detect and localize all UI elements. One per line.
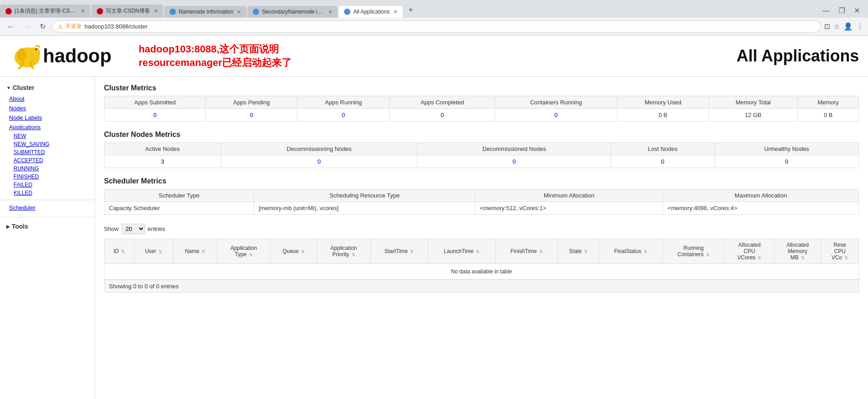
col-max-allocation: Maximum Allocation	[663, 189, 859, 202]
account-icon[interactable]: 👤	[844, 22, 853, 31]
col-final-status[interactable]: FinalStatus ⇅	[599, 239, 663, 264]
page-header: hadoop hadoop103:8088,这个页面说明 resourceman…	[0, 36, 868, 77]
sort-user-icon: ⇅	[159, 249, 162, 254]
restore-button[interactable]: ❐	[836, 5, 848, 16]
col-running-containers[interactable]: RunningContainers ⇅	[662, 239, 725, 264]
tab-favicon-allapps	[344, 9, 350, 15]
val-min-allocation: <memory:512, vCores:1>	[475, 202, 663, 215]
apps-table: ID ⇅ User ⇅ Name ⇅ ApplicationType ⇅ Que…	[104, 239, 859, 280]
security-warning-text: 不安全	[66, 23, 82, 30]
col-finish-time[interactable]: FinishTime ⇅	[495, 239, 558, 264]
sort-starttime-icon: ⇅	[410, 249, 414, 254]
tab-secondary-namenode[interactable]: SecondaryNamenode inf... ✕	[247, 6, 338, 18]
back-button[interactable]: ←	[5, 22, 17, 32]
scheduler-metrics-table: Scheduler Type Scheduling Resource Type …	[104, 189, 859, 215]
sidebar-item-new[interactable]: NEW	[0, 132, 94, 140]
tab-close-2[interactable]: ✕	[154, 8, 158, 14]
sidebar-item-new-saving[interactable]: NEW_SAVING	[0, 140, 94, 148]
val-memory-total: 12 GB	[709, 109, 798, 122]
showing-info: Showing 0 to 0 of 0 entries	[104, 280, 859, 293]
entries-select[interactable]: 10 20 25 50 100	[122, 224, 145, 234]
sidebar-item-finished[interactable]: FINISHED	[0, 173, 94, 181]
forward-button[interactable]: →	[21, 22, 33, 32]
col-application-type[interactable]: ApplicationType ⇅	[217, 239, 270, 264]
sidebar-cluster-toggle[interactable]: ▼ Cluster	[0, 81, 94, 94]
svg-point-4	[35, 48, 37, 50]
val-unhealthy-nodes[interactable]: 0	[715, 155, 859, 168]
sidebar-tools-section: ▶ Tools	[0, 220, 94, 233]
val-apps-completed[interactable]: 0	[390, 109, 495, 122]
close-window-button[interactable]: ✕	[851, 5, 863, 16]
annotation-line2: resourcemanager已经启动起来了	[139, 56, 292, 70]
security-warning-icon: ⚠	[58, 23, 63, 30]
sidebar-item-killed[interactable]: KILLED	[0, 189, 94, 197]
tab-close-4[interactable]: ✕	[328, 9, 332, 15]
address-bar[interactable]: ⚠ 不安全 hadoop103:8088/cluster	[52, 20, 821, 33]
tab-namenode[interactable]: Namenode information ✕	[164, 6, 246, 18]
sidebar-item-applications[interactable]: Applications	[0, 122, 94, 132]
sidebar-item-nodes[interactable]: Nodes	[0, 103, 94, 113]
bookmark-icon[interactable]: ☆	[834, 22, 840, 31]
sidebar: ▼ Cluster About Nodes Node Labels Applic…	[0, 77, 95, 399]
minimize-button[interactable]: —	[820, 6, 832, 16]
val-apps-submitted[interactable]: 0	[104, 109, 206, 122]
sort-allocatedmemory-icon: ⇅	[801, 256, 805, 260]
col-rese-cpu[interactable]: ReseCPUVCo ⇅	[821, 239, 859, 264]
val-active-nodes[interactable]: 3	[104, 155, 221, 168]
sidebar-item-failed[interactable]: FAILED	[0, 181, 94, 189]
sidebar-item-scheduler[interactable]: Scheduler	[0, 203, 94, 212]
col-queue[interactable]: Queue ⇅	[270, 239, 317, 264]
sidebar-item-submitted[interactable]: SUBMITTED	[0, 148, 94, 156]
val-apps-running[interactable]: 0	[297, 109, 390, 122]
col-allocated-memory[interactable]: AllocatedMemoryMB ⇅	[774, 239, 821, 264]
sidebar-item-accepted[interactable]: ACCEPTED	[0, 156, 94, 164]
menu-icon[interactable]: ⋮	[856, 22, 863, 31]
hadoop-logo: hadoop	[9, 40, 112, 72]
col-allocated-cpu[interactable]: AllocatedCPUVCores ⇅	[725, 239, 774, 264]
sort-apptype-icon: ⇅	[249, 253, 253, 257]
val-lost-nodes[interactable]: 0	[611, 155, 714, 168]
sort-queue-icon: ⇅	[301, 249, 305, 254]
translate-icon[interactable]: ⊡	[824, 22, 830, 31]
tab-favicon-secondary	[253, 9, 259, 15]
sort-id-icon: ⇅	[121, 249, 125, 254]
col-unhealthy-nodes: Unhealthy Nodes	[715, 143, 859, 155]
val-max-allocation: <memory:4096, vCores:4>	[663, 202, 859, 215]
tab-csdn-1[interactable]: (1条消息) 文章管理-CSDN ✕	[0, 5, 90, 18]
col-start-time[interactable]: StartTime ⇅	[370, 239, 428, 264]
toolbar-icons: ⊡ ☆ 👤 ⋮	[824, 22, 863, 31]
col-apps-running: Apps Running	[297, 96, 390, 109]
col-scheduler-type: Scheduler Type	[104, 189, 254, 202]
col-launch-time[interactable]: LaunchTime ⇅	[428, 239, 495, 264]
browser-chrome: (1条消息) 文章管理-CSDN ✕ 写文章-CSDN博客 ✕ Namenode…	[0, 0, 868, 36]
val-memory-extra: 0 B	[797, 109, 859, 122]
tab-close-1[interactable]: ✕	[81, 8, 85, 14]
col-user[interactable]: User ⇅	[134, 239, 173, 264]
val-containers-running[interactable]: 0	[495, 109, 617, 122]
val-decommissioning-nodes[interactable]: 0	[221, 155, 417, 168]
tab-csdn-2[interactable]: 写文章-CSDN博客 ✕	[91, 5, 163, 18]
col-apps-submitted: Apps Submitted	[104, 96, 206, 109]
sidebar-tools-toggle[interactable]: ▶ Tools	[0, 220, 94, 233]
sidebar-item-about[interactable]: About	[0, 94, 94, 103]
tab-close-5[interactable]: ✕	[393, 9, 397, 15]
hadoop-elephant-icon	[9, 40, 45, 72]
col-application-priority[interactable]: ApplicationPriority ⇅	[317, 239, 370, 264]
new-tab-button[interactable]: +	[404, 3, 418, 18]
tab-label-2: 写文章-CSDN博客	[106, 7, 150, 15]
val-decommissioned-nodes[interactable]: 0	[418, 155, 611, 168]
tab-close-3[interactable]: ✕	[237, 9, 241, 15]
sidebar-item-node-labels[interactable]: Node Labels	[0, 113, 94, 122]
sort-allocatedcpu-icon: ⇅	[758, 256, 761, 260]
col-decommissioned-nodes: Decommissioned Nodes	[418, 143, 611, 155]
col-name[interactable]: Name ⇅	[173, 239, 217, 264]
reload-button[interactable]: ↻	[37, 21, 48, 32]
sidebar-item-running[interactable]: RUNNING	[0, 164, 94, 173]
tab-all-applications[interactable]: All Applications ✕	[339, 6, 403, 18]
col-id[interactable]: ID ⇅	[104, 239, 134, 264]
col-apps-pending: Apps Pending	[206, 96, 297, 109]
val-apps-pending[interactable]: 0	[206, 109, 297, 122]
hadoop-logo-text: hadoop	[43, 45, 112, 67]
scheduler-metrics-title: Scheduler Metrics	[104, 177, 859, 185]
col-state[interactable]: State ⇅	[558, 239, 599, 264]
